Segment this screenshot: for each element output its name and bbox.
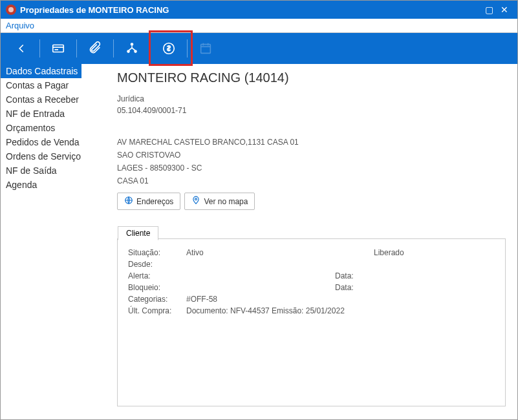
address-line1: AV MARECHAL CASTELO BRANCO,1131 CASA 01 bbox=[117, 136, 506, 149]
pin-icon bbox=[191, 196, 200, 207]
data2-label: Data: bbox=[335, 283, 374, 292]
ver-mapa-button[interactable]: Ver no mapa bbox=[184, 193, 255, 210]
sidebar-item-nf-entrada[interactable]: NF de Entrada bbox=[1, 107, 111, 121]
svg-point-4 bbox=[131, 43, 134, 46]
separator bbox=[187, 39, 188, 58]
svg-rect-1 bbox=[53, 45, 64, 52]
desde-label: Desde: bbox=[128, 260, 186, 269]
relations-icon[interactable] bbox=[118, 34, 146, 63]
address-block: AV MARECHAL CASTELO BRANCO,1131 CASA 01 … bbox=[117, 136, 506, 187]
separator bbox=[76, 39, 77, 58]
sidebar-item-contas-receber[interactable]: Contas a Receber bbox=[1, 92, 111, 107]
tab-cliente[interactable]: Cliente bbox=[118, 226, 158, 240]
sidebar-item-nf-saida[interactable]: NF de Saída bbox=[1, 163, 111, 178]
data1-label: Data: bbox=[335, 271, 374, 280]
menu-arquivo[interactable]: Arquivo bbox=[6, 21, 34, 30]
toolbar bbox=[1, 33, 517, 64]
ultcompra-value: Documento: NFV-44537 Emissão: 25/01/2022 bbox=[186, 306, 438, 315]
bloqueio-label: Bloqueio: bbox=[128, 283, 186, 292]
window-title: Propriedades de MONTEIRO RACING bbox=[20, 5, 169, 15]
sidebar-item-contas-pagar[interactable]: Contas a Pagar bbox=[1, 78, 111, 92]
entity-heading: MONTEIRO RACING (14014) bbox=[117, 70, 506, 85]
address-line3: LAGES - 88509300 - SC bbox=[117, 162, 506, 174]
back-button[interactable] bbox=[7, 34, 36, 63]
svg-point-0 bbox=[8, 7, 14, 12]
sidebar-item-ordens-servico[interactable]: Ordens de Serviço bbox=[1, 149, 111, 163]
card-icon[interactable] bbox=[44, 34, 72, 63]
situacao-label: Situação: bbox=[128, 248, 186, 257]
globe-icon bbox=[124, 196, 133, 207]
separator bbox=[39, 39, 40, 58]
enderecos-button[interactable]: Endereços bbox=[117, 193, 180, 210]
attach-icon[interactable] bbox=[81, 34, 109, 63]
entity-type: Jurídica bbox=[117, 93, 506, 105]
address-line2: SAO CRISTOVAO bbox=[117, 149, 506, 162]
categorias-value: #OFF-58 bbox=[186, 295, 335, 304]
sidebar-item-pedidos-venda[interactable]: Pedidos de Venda bbox=[1, 135, 111, 149]
app-icon bbox=[6, 5, 16, 15]
sidebar-item-dados-cadastrais[interactable]: Dados Cadastrais bbox=[1, 64, 81, 78]
sidebar-item-agenda[interactable]: Agenda bbox=[1, 178, 111, 192]
situacao-value: Ativo bbox=[186, 248, 335, 257]
menubar: Arquivo bbox=[1, 19, 517, 33]
main-panel: MONTEIRO RACING (14014) Jurídica 05.104.… bbox=[111, 64, 517, 419]
liberado-value: Liberado bbox=[374, 248, 438, 257]
separator bbox=[113, 39, 114, 58]
calendar-icon bbox=[191, 34, 220, 63]
sidebar: Dados Cadastrais Contas a Pagar Contas a… bbox=[1, 64, 111, 419]
alerta-label: Alerta: bbox=[128, 271, 186, 280]
titlebar: Propriedades de MONTEIRO RACING ▢ ✕ bbox=[1, 1, 517, 19]
maximize-button[interactable]: ▢ bbox=[481, 5, 497, 15]
ultcompra-label: Últ. Compra: bbox=[128, 306, 186, 315]
cliente-panel: Cliente Situação: Ativo Liberado Desde: … bbox=[117, 238, 506, 406]
separator bbox=[150, 39, 151, 58]
sidebar-item-orcamentos[interactable]: Orçamentos bbox=[1, 121, 111, 135]
address-line4: CASA 01 bbox=[117, 174, 506, 187]
svg-point-13 bbox=[195, 198, 197, 200]
content-area: Dados Cadastrais Contas a Pagar Contas a… bbox=[1, 64, 517, 419]
categorias-label: Categorias: bbox=[128, 295, 186, 304]
svg-rect-8 bbox=[201, 45, 211, 54]
enderecos-label: Endereços bbox=[136, 197, 173, 206]
close-button[interactable]: ✕ bbox=[497, 5, 512, 15]
money-icon[interactable] bbox=[155, 34, 183, 63]
ver-mapa-label: Ver no mapa bbox=[204, 197, 248, 206]
entity-cnpj: 05.104.409/0001-71 bbox=[117, 105, 506, 116]
